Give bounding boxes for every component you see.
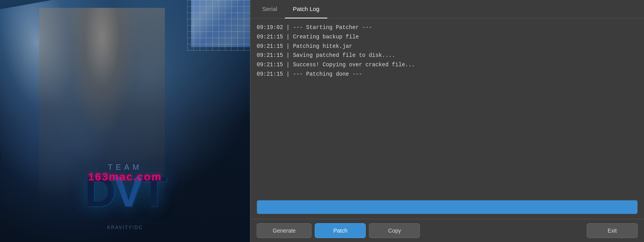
log-entry-2: 09:21:15 | Patching hitek.jar [257,42,638,51]
bottom-bar: Generate Patch Copy Exit [250,219,644,242]
log-entry-0: 09:19:02 | --- Starting Patcher --- [257,23,638,33]
log-entry-4: 09:21:15 | Success! Copying over cracked… [257,60,638,70]
right-panel: Serial Patch Log 09:19:02 | --- Starting… [250,0,644,242]
patch-button[interactable]: Patch [315,223,366,238]
log-entry-5: 09:21:15 | --- Patching done --- [257,70,638,79]
progress-bar-fill [257,200,637,214]
logo-container: TEAM DVT [85,163,165,211]
watermark: 163mac.com [88,171,162,183]
log-entry-1: 09:21:15 | Creating backup file [257,33,638,42]
pixel-grid [187,0,250,51]
copy-button[interactable]: Copy [369,223,420,238]
exit-button[interactable]: Exit [587,223,638,238]
log-entry-3: 09:21:15 | Saving patched file to disk..… [257,51,638,60]
progress-bar-track [257,200,638,214]
kravity-label: KRAVITY!DC [107,225,143,230]
progress-container [250,195,644,219]
generate-button[interactable]: Generate [257,223,312,238]
tab-bar: Serial Patch Log [250,0,644,18]
left-buttons: Generate Patch Copy [257,223,420,238]
left-panel: TEAM DVT 163mac.com KRAVITY!DC [0,0,250,242]
log-area: 09:19:02 | --- Starting Patcher --- 09:2… [250,18,644,195]
tab-serial[interactable]: Serial [254,0,285,18]
tab-patch-log[interactable]: Patch Log [285,0,327,18]
